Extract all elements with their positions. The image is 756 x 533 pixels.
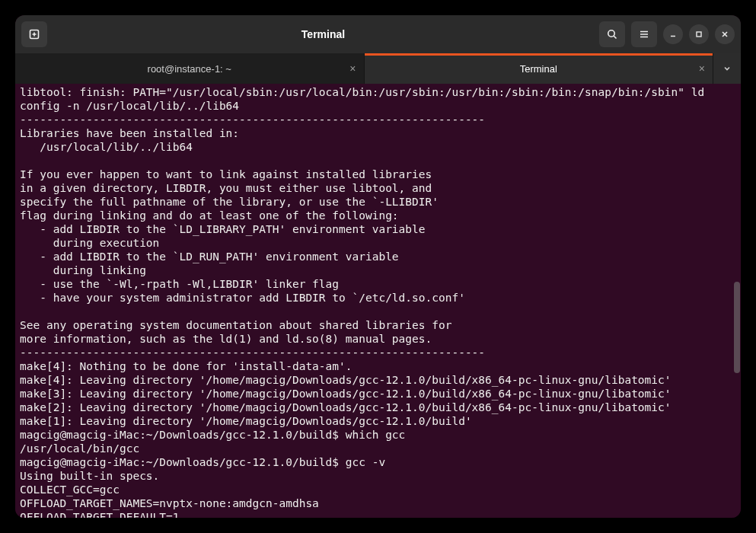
svg-line-4 (614, 36, 616, 38)
chevron-down-icon (723, 64, 732, 73)
search-icon (606, 28, 618, 40)
search-button[interactable] (599, 21, 625, 47)
tab-bar: root@instance-1: ~ × Terminal × (15, 53, 741, 84)
titlebar: Terminal (15, 15, 741, 53)
minimize-button[interactable] (663, 24, 683, 44)
minimize-icon (668, 30, 678, 39)
scrollbar-thumb[interactable] (734, 282, 740, 373)
tab-1[interactable]: Terminal × (365, 53, 714, 84)
tab-0[interactable]: root@instance-1: ~ × (15, 53, 365, 84)
tab-label: Terminal (520, 63, 557, 75)
maximize-icon (694, 30, 703, 39)
close-button[interactable] (715, 24, 735, 44)
terminal-output[interactable]: libtool: finish: PATH="/usr/local/sbin:/… (15, 84, 741, 518)
terminal-text: libtool: finish: PATH="/usr/local/sbin:/… (20, 85, 736, 518)
tab-list-button[interactable] (713, 53, 741, 84)
new-tab-button[interactable] (21, 21, 47, 47)
hamburger-icon (638, 28, 650, 40)
new-tab-icon (28, 28, 40, 40)
maximize-button[interactable] (689, 24, 709, 44)
tab-label: root@instance-1: ~ (148, 63, 231, 75)
close-icon (720, 30, 729, 39)
svg-rect-9 (697, 32, 701, 37)
tab-close-1[interactable]: × (699, 62, 705, 75)
window-title: Terminal (53, 28, 593, 40)
menu-button[interactable] (631, 21, 657, 47)
svg-point-3 (608, 30, 614, 37)
tab-close-0[interactable]: × (349, 62, 356, 75)
terminal-window: Terminal (15, 15, 741, 518)
